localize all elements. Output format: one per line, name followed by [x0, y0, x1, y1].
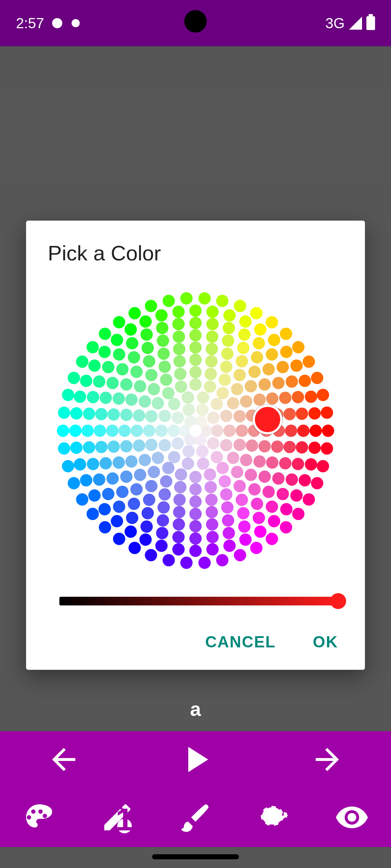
color-swatch[interactable]: [231, 466, 243, 478]
color-swatch[interactable]: [111, 515, 123, 527]
color-swatch[interactable]: [134, 380, 146, 392]
color-swatch[interactable]: [266, 392, 278, 405]
color-swatch[interactable]: [296, 441, 308, 454]
color-swatch[interactable]: [143, 355, 155, 367]
color-swatch[interactable]: [174, 481, 186, 493]
color-swatch[interactable]: [280, 503, 293, 515]
color-swatch[interactable]: [180, 292, 193, 305]
color-swatch[interactable]: [182, 458, 194, 470]
color-swatch[interactable]: [234, 439, 246, 451]
color-swatch[interactable]: [74, 391, 86, 403]
color-swatch[interactable]: [206, 518, 218, 531]
color-swatch[interactable]: [262, 486, 275, 498]
color-swatch[interactable]: [157, 335, 169, 347]
color-swatch[interactable]: [189, 495, 202, 508]
color-swatch[interactable]: [125, 455, 138, 468]
color-swatch[interactable]: [216, 387, 229, 399]
color-swatch[interactable]: [139, 315, 152, 328]
color-swatch[interactable]: [205, 368, 217, 380]
color-swatch[interactable]: [189, 520, 202, 532]
color-swatch[interactable]: [173, 355, 186, 367]
color-swatch[interactable]: [106, 377, 119, 389]
color-swatch[interactable]: [220, 488, 232, 501]
color-swatch[interactable]: [113, 392, 125, 405]
color-swatch[interactable]: [76, 356, 88, 368]
color-swatch[interactable]: [283, 408, 296, 420]
color-swatch[interactable]: [303, 356, 315, 368]
color-swatch[interactable]: [145, 480, 157, 492]
color-swatch[interactable]: [69, 425, 81, 437]
color-swatch[interactable]: [223, 425, 236, 437]
color-swatch[interactable]: [126, 337, 138, 349]
color-swatch[interactable]: [172, 412, 184, 424]
color-swatch[interactable]: [305, 391, 317, 403]
color-swatch[interactable]: [240, 395, 252, 408]
color-swatch[interactable]: [253, 337, 265, 349]
color-swatch[interactable]: [106, 472, 119, 485]
color-swatch[interactable]: [139, 533, 152, 546]
color-swatch[interactable]: [286, 375, 298, 388]
color-swatch[interactable]: [236, 355, 248, 367]
color-swatch[interactable]: [308, 407, 321, 420]
color-swatch[interactable]: [239, 315, 252, 328]
color-swatch[interactable]: [266, 533, 278, 545]
color-swatch[interactable]: [253, 455, 266, 468]
color-swatch[interactable]: [189, 545, 202, 557]
color-swatch[interactable]: [292, 508, 304, 520]
color-swatch[interactable]: [211, 425, 223, 437]
color-swatch[interactable]: [221, 501, 234, 514]
color-swatch[interactable]: [268, 515, 280, 527]
color-swatch[interactable]: [174, 368, 186, 380]
color-swatch[interactable]: [159, 410, 171, 422]
color-swatch[interactable]: [216, 462, 229, 474]
color-swatch[interactable]: [317, 460, 329, 472]
color-swatch[interactable]: [299, 474, 311, 486]
color-swatch[interactable]: [87, 341, 99, 353]
color-swatch[interactable]: [162, 462, 175, 474]
color-swatch[interactable]: [321, 407, 333, 419]
color-swatch[interactable]: [280, 328, 292, 340]
color-swatch[interactable]: [220, 410, 232, 422]
cancel-button[interactable]: CANCEL: [197, 629, 285, 655]
color-swatch[interactable]: [131, 425, 143, 437]
color-swatch[interactable]: [173, 343, 185, 355]
color-swatch[interactable]: [93, 473, 105, 486]
color-swatch[interactable]: [87, 391, 99, 403]
color-swatch[interactable]: [245, 380, 257, 392]
color-swatch[interactable]: [130, 366, 143, 378]
color-swatch[interactable]: [279, 392, 291, 404]
color-swatch[interactable]: [285, 425, 297, 437]
color-swatch[interactable]: [204, 380, 216, 393]
color-swatch[interactable]: [277, 488, 289, 500]
color-swatch[interactable]: [290, 489, 303, 502]
color-swatch[interactable]: [221, 348, 234, 360]
color-swatch[interactable]: [197, 391, 209, 404]
color-swatch[interactable]: [290, 359, 303, 372]
color-swatch[interactable]: [156, 527, 168, 539]
color-swatch[interactable]: [246, 439, 258, 452]
color-swatch[interactable]: [163, 295, 175, 307]
color-swatch[interactable]: [197, 458, 209, 470]
color-swatch[interactable]: [237, 342, 249, 354]
color-swatch[interactable]: [88, 359, 101, 372]
color-swatch[interactable]: [125, 323, 137, 336]
color-swatch[interactable]: [245, 469, 257, 481]
color-swatch[interactable]: [266, 316, 278, 328]
color-swatch[interactable]: [130, 483, 143, 495]
color-swatch[interactable]: [173, 506, 185, 518]
color-swatch[interactable]: [134, 469, 146, 481]
color-swatch[interactable]: [303, 493, 315, 506]
color-swatch[interactable]: [248, 483, 261, 495]
color-swatch[interactable]: [142, 342, 154, 354]
color-swatch[interactable]: [102, 488, 114, 500]
color-swatch[interactable]: [93, 375, 105, 388]
color-swatch[interactable]: [100, 457, 112, 469]
color-swatch[interactable]: [238, 328, 251, 341]
color-swatch[interactable]: [189, 329, 202, 341]
color-swatch[interactable]: [223, 540, 236, 552]
color-swatch[interactable]: [238, 520, 251, 533]
color-swatch[interactable]: [279, 457, 291, 469]
color-swatch[interactable]: [205, 355, 218, 367]
color-swatch[interactable]: [159, 439, 171, 451]
color-swatch[interactable]: [133, 409, 145, 422]
